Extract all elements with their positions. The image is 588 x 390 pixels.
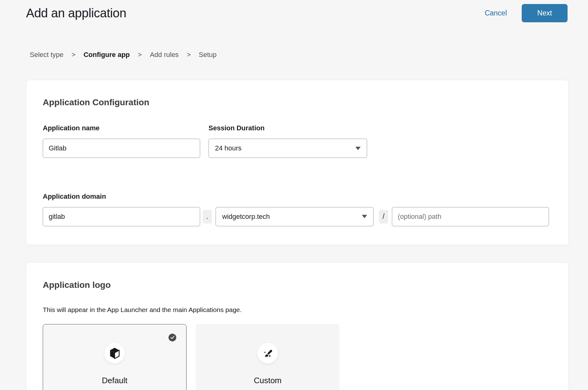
paintbrush-icon (262, 348, 273, 359)
logo-option-custom[interactable]: Custom (196, 324, 340, 390)
logo-option-default[interactable]: Default (43, 324, 186, 390)
breadcrumb-step-configure-app[interactable]: Configure app (84, 51, 130, 59)
breadcrumb-separator: > (138, 51, 142, 59)
application-logo-card: Application logo This will appear in the… (26, 262, 569, 390)
session-duration-value: 24 hours (215, 144, 242, 152)
path-input[interactable] (392, 207, 549, 226)
breadcrumb-separator: > (187, 51, 191, 59)
subdomain-input[interactable] (43, 207, 200, 226)
cancel-button[interactable]: Cancel (485, 9, 507, 17)
chevron-down-icon (355, 147, 361, 150)
logo-option-tiles: Default Custom (43, 324, 550, 390)
check-icon (169, 334, 176, 341)
breadcrumb-step-select-type[interactable]: Select type (30, 51, 64, 59)
application-configuration-heading: Application Configuration (43, 98, 550, 107)
chevron-down-icon (362, 215, 367, 218)
default-logo-circle (104, 343, 125, 363)
breadcrumb-step-setup[interactable]: Setup (199, 51, 217, 59)
next-button[interactable]: Next (522, 4, 568, 22)
breadcrumb-step-add-rules[interactable]: Add rules (150, 51, 179, 59)
breadcrumb: Select type > Configure app > Add rules … (30, 51, 588, 59)
application-domain-label: Application domain (43, 193, 550, 201)
page-title: Add an application (26, 6, 126, 20)
application-logo-description: This will appear in the App Launcher and… (43, 306, 550, 314)
slash-separator: / (379, 210, 388, 223)
session-duration-field-group: Session Duration 24 hours (208, 124, 367, 158)
logo-option-custom-label: Custom (254, 376, 282, 385)
header-actions: Cancel Next (485, 4, 568, 22)
dot-separator: . (203, 210, 212, 223)
application-logo-heading: Application logo (43, 280, 550, 290)
application-name-label: Application name (43, 124, 200, 132)
logo-option-default-label: Default (102, 376, 127, 385)
domain-select[interactable]: widgetcorp.tech (216, 207, 374, 226)
session-duration-label: Session Duration (208, 124, 367, 132)
application-name-field-group: Application name (43, 124, 200, 158)
breadcrumb-separator: > (72, 51, 76, 59)
custom-logo-circle (257, 343, 278, 363)
domain-select-value: widgetcorp.tech (222, 213, 270, 221)
name-session-row: Application name Session Duration 24 hou… (43, 124, 550, 158)
page-header: Add an application Cancel Next (0, 0, 588, 22)
cube-icon (109, 347, 120, 359)
application-domain-row: . widgetcorp.tech / (43, 207, 550, 226)
application-configuration-card: Application Configuration Application na… (26, 80, 569, 245)
session-duration-select[interactable]: 24 hours (208, 139, 367, 158)
application-name-input[interactable] (43, 139, 200, 158)
